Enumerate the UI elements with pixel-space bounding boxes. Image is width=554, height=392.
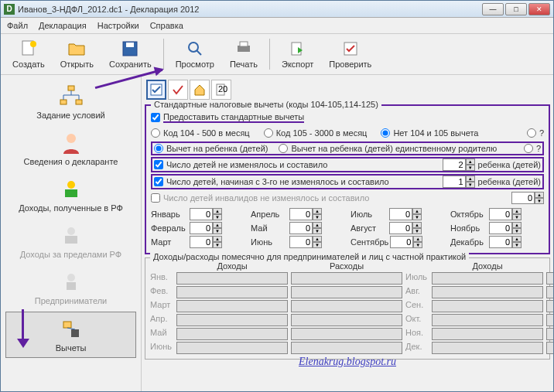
spin-jan[interactable]: ▲▼: [190, 208, 222, 220]
export-icon: [289, 39, 307, 58]
svg-rect-12: [76, 100, 82, 104]
check-icon: [341, 39, 360, 58]
svg-rect-24: [63, 322, 71, 328]
spinner-child-count[interactable]: ▲▼: [443, 159, 475, 171]
maximize-button[interactable]: □: [505, 3, 527, 15]
svg-point-1: [30, 41, 36, 47]
ent-dec-exp[interactable]: [546, 342, 553, 354]
group-title: Стандартные налоговые вычеты (коды 104-1…: [151, 100, 381, 109]
ent-jun-exp[interactable]: [291, 342, 402, 354]
ent-dec-inc[interactable]: [432, 342, 543, 354]
main-panel: 20 Стандартные налоговые вычеты (коды 10…: [142, 75, 553, 391]
sidebar: Задание условий Сведения о декларанте До…: [1, 75, 142, 391]
minimize-button[interactable]: —: [482, 3, 504, 15]
toolbar: Создать Открыть Сохранить Просмотр Печат…: [1, 34, 553, 75]
doc-icon: 20: [214, 83, 228, 97]
save-button[interactable]: Сохранить: [102, 37, 159, 71]
menu-declaration[interactable]: Декларация: [39, 21, 87, 30]
ent-jun-inc[interactable]: [176, 342, 288, 354]
svg-rect-10: [68, 86, 74, 90]
radio-q2[interactable]: [524, 144, 533, 153]
ent-apr-exp[interactable]: [291, 314, 402, 326]
spin-apr[interactable]: ▲▼: [289, 208, 322, 220]
print-button[interactable]: Печать: [223, 37, 265, 71]
radio-none-104-105[interactable]: [381, 128, 390, 138]
window-title: Иванов_3-НДФЛ_2012.dc1 - Декларация 2012: [18, 5, 482, 14]
radio-code-104[interactable]: [151, 128, 160, 138]
ent-nov-inc[interactable]: [432, 328, 543, 340]
spinner-invalids[interactable]: ▲▼: [511, 192, 544, 204]
svg-point-22: [67, 274, 75, 281]
income-foreign-icon: [59, 223, 84, 248]
ent-aug-inc[interactable]: [432, 286, 543, 298]
svg-rect-11: [60, 100, 67, 104]
spin-dec[interactable]: ▲▼: [489, 236, 522, 248]
menu-settings[interactable]: Настройки: [97, 21, 139, 30]
ent-sep-exp[interactable]: [546, 300, 553, 312]
radio-child-deduction[interactable]: [154, 144, 163, 153]
ent-oct-exp[interactable]: [546, 314, 553, 326]
tab-social-deductions[interactable]: [168, 80, 188, 100]
ent-sep-inc[interactable]: [432, 300, 543, 312]
label-provide-std: Предоставить стандартные вычеты: [163, 112, 304, 123]
spin-jul[interactable]: ▲▼: [389, 208, 422, 220]
spin-mar[interactable]: ▲▼: [190, 236, 222, 248]
spin-aug[interactable]: ▲▼: [389, 222, 422, 234]
group-entrepreneur: Доходы/расходы помесячно для предпринима…: [145, 257, 550, 360]
ent-jan-exp[interactable]: [291, 272, 402, 285]
spin-may[interactable]: ▲▼: [289, 222, 322, 234]
view-icon: [186, 39, 204, 58]
sidebar-income-rf[interactable]: Доходы, полученные в РФ: [5, 172, 136, 217]
ent-aug-exp[interactable]: [546, 286, 553, 298]
radio-code-105[interactable]: [264, 128, 273, 138]
export-button[interactable]: Экспорт: [275, 37, 320, 71]
svg-rect-20: [65, 236, 77, 244]
spinner-from3[interactable]: ▲▼: [443, 176, 475, 188]
menu-help[interactable]: Справка: [150, 21, 183, 30]
ent-jul-exp[interactable]: [546, 272, 553, 285]
tab-standard-deductions[interactable]: [146, 80, 166, 100]
sidebar-income-foreign[interactable]: Доходы за пределами РФ: [5, 219, 136, 264]
menu-file[interactable]: Файл: [7, 21, 28, 30]
sidebar-declarant[interactable]: Сведения о декларанте: [5, 126, 136, 171]
conditions-icon: [59, 84, 84, 109]
tab-property-deductions[interactable]: [190, 80, 210, 100]
spin-jun[interactable]: ▲▼: [289, 236, 322, 248]
ent-may-exp[interactable]: [291, 328, 402, 340]
group-title: Доходы/расходы помесячно для предпринима…: [150, 252, 469, 261]
ent-may-inc[interactable]: [176, 328, 288, 340]
spin-oct[interactable]: ▲▼: [489, 208, 522, 220]
checkbox-invalids[interactable]: [151, 193, 160, 203]
ent-feb-exp[interactable]: [291, 286, 402, 298]
spin-nov[interactable]: ▲▼: [489, 222, 522, 234]
open-button[interactable]: Открыть: [53, 37, 101, 71]
check-button[interactable]: Проверить: [322, 37, 378, 71]
close-button[interactable]: ✕: [528, 3, 550, 15]
sidebar-conditions[interactable]: Задание условий: [5, 80, 136, 124]
radio-single-parent[interactable]: [279, 144, 288, 153]
ent-oct-inc[interactable]: [432, 314, 543, 326]
sidebar-deductions[interactable]: Вычеты: [5, 312, 136, 358]
tab-losses[interactable]: 20: [211, 80, 231, 100]
new-button[interactable]: Создать: [5, 37, 52, 71]
checkbox-child-count[interactable]: [154, 160, 163, 169]
svg-point-21: [67, 227, 75, 235]
spin-feb[interactable]: ▲▼: [190, 222, 222, 234]
ent-jan-inc[interactable]: [176, 272, 288, 285]
toolbar-separator: [269, 39, 270, 70]
subtoolbar: 20: [145, 78, 550, 101]
radio-q1[interactable]: [527, 128, 536, 138]
ent-nov-exp[interactable]: [546, 328, 553, 340]
ent-apr-inc[interactable]: [176, 314, 288, 326]
checkbox-from3[interactable]: [154, 177, 163, 186]
spin-sep[interactable]: ▲▼: [390, 236, 422, 248]
checkbox-provide-std[interactable]: [151, 113, 160, 122]
ent-mar-inc[interactable]: [176, 300, 288, 312]
ent-feb-inc[interactable]: [176, 286, 288, 298]
ent-jul-inc[interactable]: [432, 272, 543, 285]
view-button[interactable]: Просмотр: [169, 37, 221, 71]
ent-mar-exp[interactable]: [291, 300, 402, 312]
sidebar-entrepreneurs[interactable]: Предприниматели: [5, 265, 136, 310]
svg-line-5: [197, 50, 201, 55]
svg-rect-25: [71, 329, 79, 337]
